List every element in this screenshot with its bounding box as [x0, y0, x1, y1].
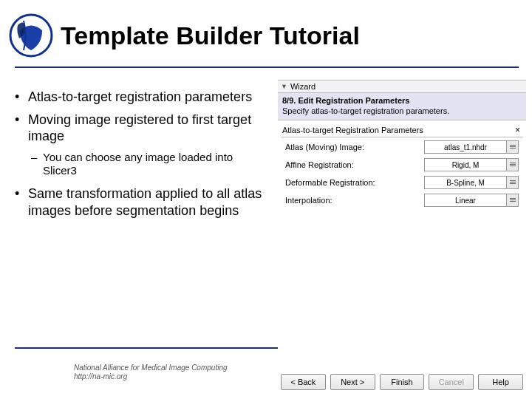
cancel-button[interactable]: Cancel [429, 374, 474, 390]
step-description: Specify atlas-to-target registration par… [282, 106, 522, 115]
dropdown-icon [506, 177, 518, 188]
footer-line-1: National Alliance for Medical Image Comp… [74, 364, 228, 372]
group-label: Atlas-to-target Registration Parameters [281, 126, 512, 134]
interpolation-select[interactable]: Linear [424, 194, 519, 207]
param-interpolation: Interpolation: Linear [285, 192, 519, 208]
finish-button[interactable]: Finish [380, 374, 425, 390]
bullet-3: Same transformation applied to all atlas… [15, 185, 266, 219]
deformable-registration-value: B-Spline, M [425, 179, 506, 187]
slide-header: Template Builder Tutorial [0, 0, 532, 58]
footer: National Alliance for Medical Image Comp… [74, 364, 228, 381]
footer-line-2: http://na-mic.org [74, 372, 228, 381]
bullet-list: Atlas-to-target registration parameters … [15, 89, 266, 219]
slide-title: Template Builder Tutorial [61, 21, 360, 50]
dropdown-icon [506, 194, 518, 206]
panel-header[interactable]: ▼ Wizard [278, 80, 526, 93]
chevron-down-icon: ▼ [281, 83, 287, 90]
param-atlas-label: Atlas (Moving) Image: [285, 143, 424, 151]
bullet-1: Atlas-to-target registration parameters [15, 89, 266, 106]
param-atlas: Atlas (Moving) Image: atlas_t1.nhdr [285, 139, 519, 155]
param-interpolation-label: Interpolation: [285, 196, 424, 205]
affine-registration-value: Rigid, M [425, 161, 506, 169]
param-deformable-label: Deformable Registration: [285, 178, 424, 187]
atlas-image-select[interactable]: atlas_t1.nhdr [424, 140, 519, 154]
help-button[interactable]: Help [478, 374, 523, 390]
back-button[interactable]: < Back [281, 374, 326, 390]
wizard-button-bar: < Back Next > Finish Cancel Help [281, 374, 523, 390]
interpolation-value: Linear [425, 197, 506, 205]
param-deformable: Deformable Registration: B-Spline, M [285, 174, 519, 191]
bullet-2: Moving image registered to first target … [15, 112, 266, 145]
step-header: 8/9. Edit Registration Parameters Specif… [278, 93, 526, 120]
param-affine: Affine Registration: Rigid, M [285, 157, 519, 173]
params-group: Atlas-to-target Registration Parameters … [281, 123, 523, 208]
namic-logo [9, 13, 53, 58]
panel-title-text: Wizard [290, 82, 316, 91]
header-rule [15, 66, 519, 68]
next-button[interactable]: Next > [330, 374, 375, 390]
param-affine-label: Affine Registration: [285, 160, 424, 169]
bullet-2-sub-1: You can choose any image loaded into Sli… [15, 151, 266, 179]
atlas-image-value: atlas_t1.nhdr [425, 143, 506, 151]
affine-registration-select[interactable]: Rigid, M [424, 158, 519, 171]
close-icon[interactable]: × [512, 125, 523, 135]
wizard-panel: ▼ Wizard 8/9. Edit Registration Paramete… [278, 80, 526, 393]
step-title: 8/9. Edit Registration Parameters [282, 96, 522, 105]
deformable-registration-select[interactable]: B-Spline, M [424, 176, 519, 189]
dropdown-icon [506, 141, 518, 153]
group-header: Atlas-to-target Registration Parameters … [281, 123, 523, 137]
dropdown-icon [506, 159, 518, 171]
slide-body: Atlas-to-target registration parameters … [15, 89, 266, 225]
